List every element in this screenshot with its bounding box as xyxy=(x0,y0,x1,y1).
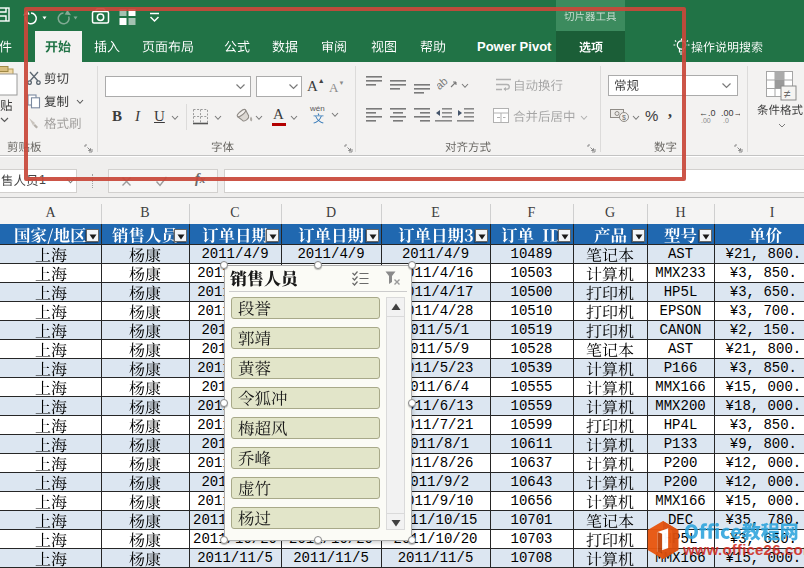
svg-text:.0: .0 xyxy=(723,117,729,124)
svg-text:.00: .00 xyxy=(701,117,711,124)
svg-text:≠: ≠ xyxy=(784,87,791,101)
